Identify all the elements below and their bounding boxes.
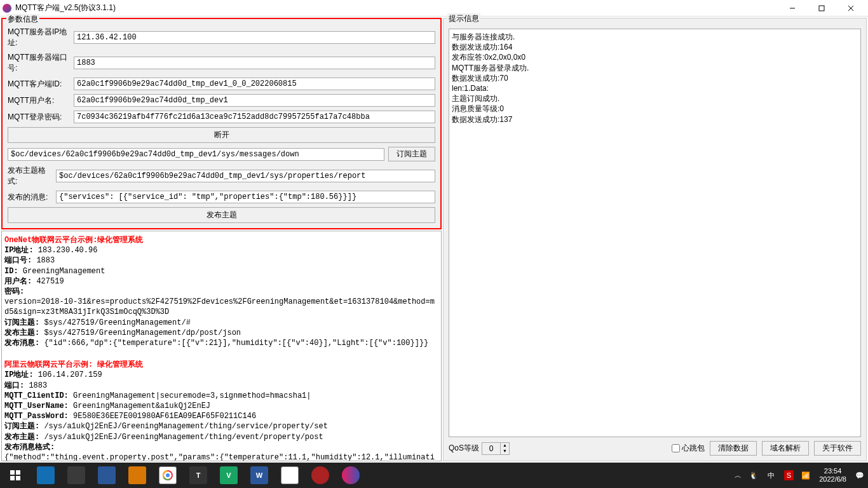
task-icon[interactable] [275,463,305,488]
tray-chevron-icon[interactable]: ︿ [731,463,745,488]
hint-line: 数据发送成功:164 [452,42,858,52]
tray-app-icon[interactable]: 🐧 [745,463,762,488]
password-label: MQTT登录密码: [8,112,70,123]
qos-spinner[interactable]: 0 ▲▼ [482,442,510,455]
username-label: MQTT用户名: [8,95,70,106]
hint-line: MQTT服务器登录成功. [452,63,858,73]
app-icon [3,4,11,13]
heartbeat-checkbox[interactable]: 心跳包 [672,443,705,454]
tray-ime[interactable]: 中 [762,463,780,488]
parameters-title: 参数信息 [6,14,39,25]
minimize-button[interactable] [778,0,807,17]
server-ip-label: MQTT服务器IP地址: [8,27,70,48]
client-id-label: MQTT客户端ID: [8,79,70,90]
aliyun-title: 阿里云物联网云平台示例: 绿化管理系统 [4,360,143,369]
subscribe-button[interactable]: 订阅主题 [388,147,435,161]
task-icon[interactable] [153,463,183,488]
publish-topic-label: 发布主题格式: [8,165,52,187]
task-icon[interactable] [122,463,153,488]
task-icon[interactable] [305,463,336,488]
dns-resolve-button[interactable]: 域名解析 [762,441,809,456]
task-icon[interactable]: T [183,463,214,488]
parameters-group: 参数信息 MQTT服务器IP地址: MQTT服务器端口号: MQTT客户端ID:… [1,18,442,229]
task-icon[interactable] [31,463,61,488]
hint-line: 主题订阅成功. [452,93,858,104]
window-title: MQTT客户端_v2.5(协议3.1.1) [15,3,778,13]
publish-button[interactable]: 发布主题 [8,207,435,223]
svg-rect-4 [10,470,15,475]
hint-line: len:1.Data: [452,83,858,93]
task-icon[interactable] [92,463,122,488]
server-ip-input[interactable] [74,31,435,44]
server-port-label: MQTT服务器端口号: [8,52,70,74]
svg-rect-1 [819,6,824,11]
maximize-button[interactable] [807,0,836,17]
onenet-title: OneNet物联网云平台示例:绿化管理系统 [4,236,143,245]
svg-point-11 [166,473,170,477]
close-button[interactable] [836,0,865,17]
taskbar: T V W ︿ 🐧 中 S 📶 23:54 2022/6/8 💬 [0,463,868,488]
chevron-up-icon[interactable]: ▲ [500,443,509,449]
examples-log[interactable]: OneNet物联网云平台示例:绿化管理系统 IP地址: 183.230.40.9… [1,231,442,461]
server-port-input[interactable] [74,57,435,69]
task-icon[interactable]: V [214,463,244,488]
about-button[interactable]: 关于软件 [814,441,861,456]
tray-notifications-icon[interactable]: 💬 [851,463,868,488]
publish-msg-input[interactable] [56,191,435,203]
hint-log[interactable]: 与服务器连接成功.数据发送成功:164发布应答:0x2,0x0,0x0MQTT服… [449,29,861,437]
titlebar: MQTT客户端_v2.5(协议3.1.1) [0,0,868,17]
task-icon[interactable] [336,463,366,488]
qos-label: QoS等级 [449,443,479,454]
svg-rect-6 [10,476,15,480]
hint-line: 发布应答:0x2,0x0,0x0 [452,52,858,62]
svg-rect-7 [16,476,20,480]
hint-line: 数据发送成功:137 [452,114,858,125]
chevron-down-icon[interactable]: ▼ [500,449,509,454]
task-icon[interactable]: W [244,463,275,488]
hints-group: 提示信息 与服务器连接成功.数据发送成功:164发布应答:0x2,0x0,0x0… [443,18,867,461]
hint-line: 消息质量等级:0 [452,104,858,114]
subscribe-topic-input[interactable] [8,148,384,161]
tray-ime2[interactable]: S [780,463,797,488]
tray-clock[interactable]: 23:54 2022/6/8 [814,467,851,484]
start-button[interactable] [0,463,31,488]
hints-title: 提示信息 [447,13,480,24]
tray-network-icon[interactable]: 📶 [797,463,814,488]
clear-data-button[interactable]: 清除数据 [710,441,757,456]
username-input[interactable] [74,94,435,107]
password-input[interactable] [74,111,435,123]
hint-line: 与服务器连接成功. [452,32,858,42]
svg-rect-5 [16,470,20,475]
publish-topic-input[interactable] [56,170,435,182]
client-id-input[interactable] [74,78,435,90]
publish-msg-label: 发布的消息: [8,192,52,203]
hint-line: 数据发送成功:70 [452,73,858,83]
disconnect-button[interactable]: 断开 [8,127,435,143]
task-icon[interactable] [61,463,92,488]
